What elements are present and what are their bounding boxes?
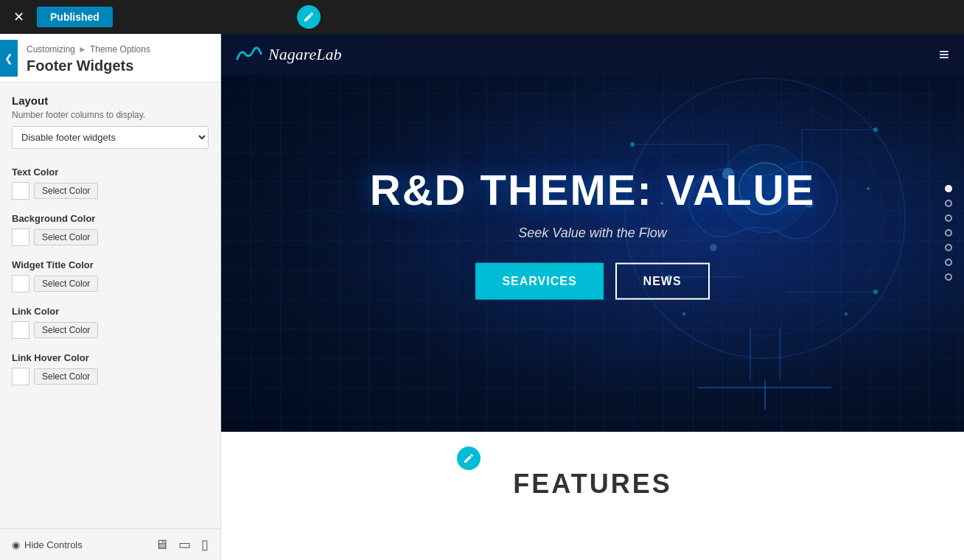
close-button[interactable]: ✕ [7, 6, 29, 28]
features-title: FEATURES [513, 469, 671, 500]
features-pencil-icon [463, 452, 475, 464]
widget-title-color-swatch[interactable] [12, 275, 29, 293]
slider-dot-5[interactable] [945, 244, 952, 251]
breadcrumb-parent[interactable]: Customizing [27, 44, 75, 55]
sidebar-body: Layout Number footer columns to display.… [0, 83, 220, 528]
breadcrumb: Customizing ► Theme Options [27, 44, 209, 55]
page-title: Footer Widgets [27, 57, 209, 74]
link-color-swatch[interactable] [12, 321, 29, 339]
back-button[interactable]: ❮ [0, 40, 18, 77]
background-color-row: Select Color [12, 228, 209, 246]
breadcrumb-arrow: ► [78, 44, 87, 55]
hero-edit-icon-topbar[interactable] [297, 5, 321, 29]
background-color-button[interactable]: Select Color [34, 229, 98, 245]
link-hover-color-label: Link Hover Color [12, 352, 209, 363]
svg-point-23 [682, 312, 685, 315]
slider-dot-1[interactable] [945, 185, 952, 192]
text-color-label: Text Color [12, 167, 209, 178]
hero-subtitle: Seek Value with the Flow [298, 225, 887, 240]
pencil-icon [303, 11, 315, 23]
hero-section: NagareLab ≡ R&D THEME: VALUE Seek Value … [221, 34, 964, 432]
slider-dot-2[interactable] [945, 200, 952, 207]
hero-title: R&D THEME: VALUE [298, 167, 887, 214]
background-color-label: Background Color [12, 213, 209, 224]
background-color-swatch[interactable] [12, 228, 29, 246]
tablet-icon[interactable]: ▭ [178, 536, 191, 553]
logo-wave-icon [236, 46, 262, 63]
text-color-swatch[interactable] [12, 182, 29, 200]
breadcrumb-current: Theme Options [90, 44, 150, 55]
preview-area: NagareLab ≡ R&D THEME: VALUE Seek Value … [221, 34, 964, 560]
features-edit-icon[interactable] [457, 447, 481, 470]
text-color-row: Select Color [12, 182, 209, 200]
slider-dots [945, 185, 952, 281]
slider-dot-7[interactable] [945, 273, 952, 281]
svg-point-10 [630, 142, 635, 147]
link-hover-color-row: Select Color [12, 368, 209, 385]
widget-title-color-row: Select Color [12, 275, 209, 293]
nav-logo: NagareLab [236, 45, 341, 64]
slider-dot-3[interactable] [945, 214, 952, 222]
news-button[interactable]: NEWS [615, 262, 710, 299]
slider-dot-6[interactable] [945, 259, 952, 266]
services-button[interactable]: SEARVICES [475, 262, 603, 299]
link-hover-color-button[interactable]: Select Color [34, 368, 98, 385]
svg-point-24 [845, 312, 848, 315]
preview-navbar: NagareLab ≡ [221, 34, 964, 75]
widget-title-color-label: Widget Title Color [12, 259, 209, 270]
desktop-icon[interactable]: 🖥 [155, 537, 168, 553]
link-hover-color-swatch[interactable] [12, 368, 29, 385]
layout-description: Number footer columns to display. [12, 110, 209, 120]
sidebar-header: ❮ Customizing ► Theme Options Footer Wid… [0, 34, 220, 83]
hero-buttons: SEARVICES NEWS [298, 262, 887, 299]
top-bar: ✕ Published [0, 0, 964, 34]
link-color-label: Link Color [12, 306, 209, 317]
hide-controls-circle-icon: ◉ [12, 539, 20, 550]
nav-logo-text: NagareLab [268, 45, 341, 64]
published-button[interactable]: Published [37, 7, 113, 27]
sidebar-footer: ◉ Hide Controls 🖥 ▭ ▯ [0, 528, 220, 560]
hide-controls[interactable]: ◉ Hide Controls [12, 539, 83, 550]
sidebar: ❮ Customizing ► Theme Options Footer Wid… [0, 34, 221, 560]
nav-hamburger-icon[interactable]: ≡ [939, 44, 949, 65]
layout-section-label: Layout [12, 94, 209, 107]
text-color-button[interactable]: Select Color [34, 183, 98, 199]
footer-columns-dropdown[interactable]: Disable footer widgets 1 Column 2 Column… [12, 126, 209, 149]
link-color-button[interactable]: Select Color [34, 322, 98, 338]
widget-title-color-button[interactable]: Select Color [34, 276, 98, 292]
svg-point-11 [873, 127, 878, 132]
hide-controls-label: Hide Controls [24, 539, 83, 550]
device-icons: 🖥 ▭ ▯ [155, 536, 209, 553]
link-color-row: Select Color [12, 321, 209, 339]
hero-content: R&D THEME: VALUE Seek Value with the Flo… [298, 167, 887, 300]
mobile-icon[interactable]: ▯ [201, 536, 209, 553]
slider-dot-4[interactable] [945, 229, 952, 237]
main-content: ❮ Customizing ► Theme Options Footer Wid… [0, 34, 964, 560]
features-section: FEATURES [221, 432, 964, 529]
